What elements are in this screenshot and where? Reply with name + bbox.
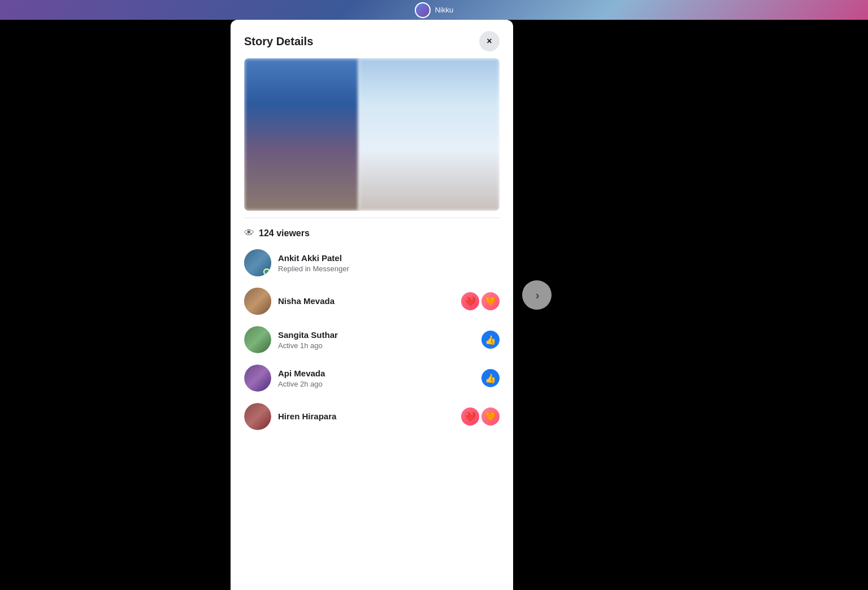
next-story-button[interactable]: › bbox=[522, 280, 552, 310]
viewer-item-sangita[interactable]: Sangita Suthar Active 1h ago 👍 bbox=[231, 320, 513, 359]
online-indicator-ankit bbox=[263, 268, 270, 275]
eye-icon: 👁 bbox=[244, 227, 254, 239]
viewer-sub-ankit: Replied in Messenger bbox=[278, 264, 500, 273]
story-avatar bbox=[415, 2, 431, 18]
avatar-ankit bbox=[244, 249, 271, 276]
like-reaction-api: 👍 bbox=[481, 369, 500, 387]
viewer-item-nisha[interactable]: Nisha Mevada ❤️ 🧡 bbox=[231, 282, 513, 320]
viewer-info-hiren: Hiren Hirapara bbox=[278, 411, 454, 422]
reactions-hiren: ❤️ 🧡 bbox=[461, 407, 500, 426]
viewers-list: Ankit Akki Patel Replied in Messenger Ni… bbox=[231, 244, 513, 590]
viewer-name-api: Api Mevada bbox=[278, 368, 475, 379]
viewer-sub-sangita: Active 1h ago bbox=[278, 341, 475, 350]
viewer-info-nisha: Nisha Mevada bbox=[278, 296, 454, 307]
viewer-name-ankit: Ankit Akki Patel bbox=[278, 253, 500, 264]
viewer-info-sangita: Sangita Suthar Active 1h ago bbox=[278, 329, 475, 350]
viewer-name-nisha: Nisha Mevada bbox=[278, 296, 454, 307]
like-reaction-sangita: 👍 bbox=[481, 331, 500, 349]
story-background-strip: Nikku bbox=[0, 0, 868, 20]
reactions-nisha: ❤️ 🧡 bbox=[461, 292, 500, 310]
black-left-overlay bbox=[0, 20, 231, 590]
viewers-count: 124 viewers bbox=[259, 228, 310, 238]
modal-header: Story Details × bbox=[231, 20, 513, 58]
heart-outline-reaction-hiren: 🧡 bbox=[481, 407, 500, 426]
black-right-overlay bbox=[513, 20, 868, 590]
viewer-info-api: Api Mevada Active 2h ago bbox=[278, 368, 475, 388]
story-thumb-left bbox=[244, 58, 359, 211]
chevron-right-icon: › bbox=[536, 289, 540, 302]
avatar-hiren bbox=[244, 403, 271, 430]
viewer-name-hiren: Hiren Hirapara bbox=[278, 411, 454, 422]
viewer-item-ankit[interactable]: Ankit Akki Patel Replied in Messenger bbox=[231, 244, 513, 282]
viewer-item-hiren[interactable]: Hiren Hirapara ❤️ 🧡 bbox=[231, 397, 513, 436]
story-username: Nikku bbox=[435, 6, 454, 14]
close-button[interactable]: × bbox=[479, 31, 500, 51]
viewer-sub-api: Active 2h ago bbox=[278, 380, 475, 388]
avatar-sangita bbox=[244, 326, 271, 353]
viewer-info-ankit: Ankit Akki Patel Replied in Messenger bbox=[278, 253, 500, 273]
story-thumb-right bbox=[359, 58, 500, 211]
heart-filled-reaction-hiren: ❤️ bbox=[461, 407, 479, 426]
viewer-item-api[interactable]: Api Mevada Active 2h ago 👍 bbox=[231, 359, 513, 397]
viewers-header: 👁 124 viewers bbox=[231, 218, 513, 244]
story-user-info: Nikku bbox=[415, 2, 454, 18]
avatar-api bbox=[244, 365, 271, 392]
avatar-nisha bbox=[244, 288, 271, 315]
story-preview-image bbox=[244, 58, 500, 211]
heart-outline-reaction: 🧡 bbox=[481, 292, 500, 310]
story-preview-inner bbox=[244, 58, 500, 211]
reactions-api: 👍 bbox=[481, 369, 500, 387]
reactions-sangita: 👍 bbox=[481, 331, 500, 349]
story-details-modal: Story Details × 👁 124 viewers Ankit Akki… bbox=[231, 20, 513, 590]
viewer-name-sangita: Sangita Suthar bbox=[278, 329, 475, 341]
heart-filled-reaction: ❤️ bbox=[461, 292, 479, 310]
close-icon: × bbox=[487, 36, 492, 46]
modal-title: Story Details bbox=[244, 35, 313, 48]
